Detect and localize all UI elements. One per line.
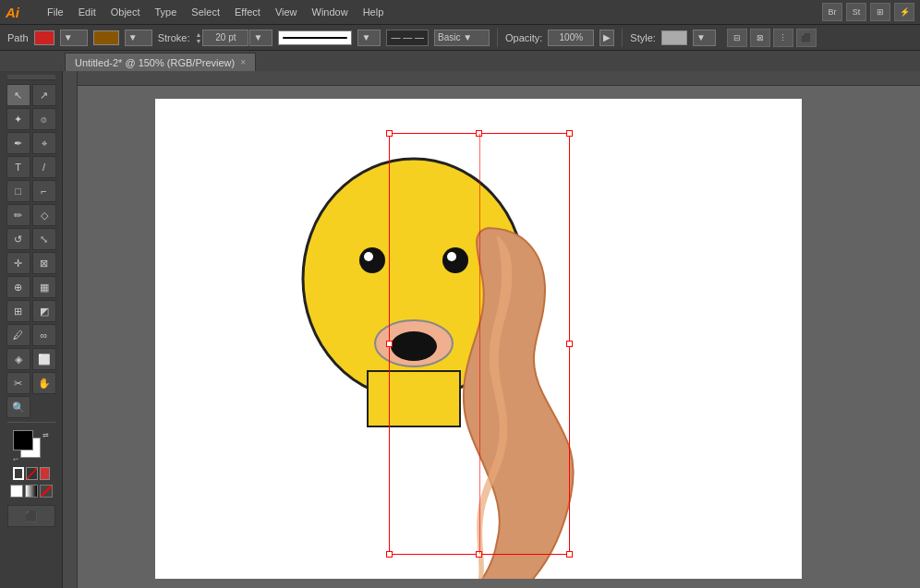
- color-gradient-indicator[interactable]: [40, 467, 50, 480]
- symbol-tool[interactable]: ⊕: [6, 276, 30, 298]
- hand-tool[interactable]: ✋: [32, 372, 56, 394]
- artboard-icon[interactable]: ⬛: [7, 505, 55, 527]
- tool-row-12: ◈ ⬜: [6, 348, 56, 370]
- menu-file[interactable]: File: [41, 5, 70, 19]
- tab-close-button[interactable]: ×: [240, 57, 246, 67]
- mesh-tool[interactable]: ⊞: [6, 300, 30, 322]
- tool-row-10: ⊞ ◩: [6, 300, 56, 322]
- stroke-value-input[interactable]: [202, 30, 248, 46]
- menu-effect[interactable]: Effect: [228, 5, 267, 19]
- svg-point-1: [359, 247, 385, 273]
- distribute-icon[interactable]: ⊠: [750, 29, 770, 47]
- artboard-tool[interactable]: ⬜: [32, 348, 56, 370]
- blend-tool[interactable]: ∞: [32, 324, 56, 346]
- canvas-area[interactable]: [63, 71, 920, 588]
- menu-bar: Ai File Edit Object Type Select Effect V…: [0, 0, 920, 25]
- color-section: ⇄ ↩: [10, 430, 53, 498]
- workspace-icon[interactable]: ⊞: [870, 3, 890, 21]
- foreground-color-box[interactable]: [13, 430, 33, 450]
- stroke-none-row: [13, 465, 50, 482]
- placeholder-tool: [32, 396, 56, 418]
- horizontal-ruler: [63, 71, 920, 86]
- document-tab[interactable]: Untitled-2* @ 150% (RGB/Preview) ×: [65, 53, 256, 71]
- fill-dropdown[interactable]: ▼: [60, 30, 88, 46]
- path-label: Path: [7, 32, 29, 43]
- bridge-icon[interactable]: Br: [822, 3, 842, 21]
- svg-point-3: [442, 247, 468, 273]
- menu-object[interactable]: Object: [104, 5, 147, 19]
- slice-tool[interactable]: ✂: [6, 372, 30, 394]
- stroke-label: Stroke:: [158, 32, 190, 43]
- paintbrush-tool[interactable]: ⌐: [32, 180, 56, 202]
- reset-colors-icon[interactable]: ↩: [13, 456, 18, 463]
- lasso-tool[interactable]: ⌾: [32, 108, 56, 130]
- menu-help[interactable]: Help: [357, 5, 391, 19]
- menu-edit[interactable]: Edit: [72, 5, 103, 19]
- stroke-color-box[interactable]: [93, 30, 119, 45]
- none-indicator[interactable]: [26, 467, 37, 480]
- live-paint-tool[interactable]: ◈: [6, 348, 30, 370]
- tool-row-4: T /: [6, 156, 56, 178]
- none-mode-btn[interactable]: [40, 485, 53, 498]
- column-graph-tool[interactable]: ▦: [32, 276, 56, 298]
- direct-selection-tool[interactable]: ↗: [32, 84, 56, 106]
- opacity-expand[interactable]: ▶: [599, 30, 614, 46]
- search-icon[interactable]: ⚡: [894, 3, 914, 21]
- tool-row-5: □ ⌐: [6, 180, 56, 202]
- opacity-input[interactable]: [548, 30, 594, 46]
- style-box[interactable]: [661, 30, 687, 45]
- color-mode-btn[interactable]: [10, 485, 23, 498]
- tool-row-7: ↺ ⤡: [6, 228, 56, 250]
- selection-tool[interactable]: ↖: [6, 84, 30, 106]
- menu-view[interactable]: View: [269, 5, 304, 19]
- magic-wand-tool[interactable]: ✦: [6, 108, 30, 130]
- style-dropdown[interactable]: ▼: [693, 30, 716, 46]
- tab-title: Untitled-2* @ 150% (RGB/Preview): [75, 57, 235, 68]
- menu-type[interactable]: Type: [149, 5, 184, 19]
- rotate-tool[interactable]: ↺: [6, 228, 30, 250]
- svg-rect-7: [368, 371, 460, 426]
- type-tool[interactable]: T: [6, 156, 30, 178]
- swap-colors-icon[interactable]: ⇄: [42, 431, 49, 439]
- style-label: Style:: [630, 32, 656, 43]
- anchor-tool[interactable]: ⌖: [32, 132, 56, 154]
- eyedropper-tool[interactable]: 🖊: [6, 324, 30, 346]
- rectangle-tool[interactable]: □: [6, 180, 30, 202]
- stroke-dash-dropdown[interactable]: Basic ▼: [434, 30, 490, 46]
- tool-row-13: ✂ ✋: [6, 372, 56, 394]
- gradient-mode-btn[interactable]: [25, 485, 38, 498]
- top-panel-icons: Br St ⊞ ⚡: [822, 3, 914, 21]
- stroke-style-preview[interactable]: [278, 30, 352, 45]
- stock-icon[interactable]: St: [846, 3, 866, 21]
- tool-row-11: 🖊 ∞: [6, 324, 56, 346]
- artboard-icon-row: ⬛: [7, 505, 55, 527]
- toolbar-separator: [7, 422, 55, 423]
- pencil-tool[interactable]: ✏: [6, 204, 30, 226]
- stroke-dropdown[interactable]: ▼: [125, 30, 152, 46]
- tool-row-3: ✒ ⌖: [6, 132, 56, 154]
- tool-row-1: ↖ ↗: [6, 84, 56, 106]
- svg-point-6: [391, 331, 437, 361]
- tool-row-8: ✛ ⊠: [6, 252, 56, 274]
- puppet-warp-tool[interactable]: ✛: [6, 252, 30, 274]
- scale-tool[interactable]: ⤡: [32, 228, 56, 250]
- eraser-tool[interactable]: ◇: [32, 204, 56, 226]
- gradient-tool[interactable]: ◩: [32, 300, 56, 322]
- chart-icon[interactable]: ⬛: [796, 29, 817, 47]
- align-icon[interactable]: ⊟: [727, 29, 747, 47]
- stroke-indicator[interactable]: [13, 467, 25, 480]
- tool-row-6: ✏ ◇: [6, 204, 56, 226]
- fill-color-box[interactable]: [34, 30, 54, 45]
- pen-tool[interactable]: ✒: [6, 132, 30, 154]
- stroke-unit-dropdown[interactable]: ▼: [249, 30, 272, 46]
- line-tool[interactable]: /: [32, 156, 56, 178]
- menu-select[interactable]: Select: [185, 5, 226, 19]
- tool-row-9: ⊕ ▦: [6, 276, 56, 298]
- stroke-spinners[interactable]: ▲ ▼: [196, 31, 202, 44]
- stroke-style-dropdown[interactable]: ▼: [357, 30, 381, 46]
- menu-window[interactable]: Window: [306, 5, 355, 19]
- zoom-tool[interactable]: 🔍: [6, 396, 30, 418]
- toolbar: ↖ ↗ ✦ ⌾ ✒ ⌖ T / □ ⌐ ✏ ◇ ↺ ⤡ ✛ ⊠: [0, 71, 63, 588]
- free-transform-tool[interactable]: ⊠: [32, 252, 56, 274]
- transform-icon[interactable]: ⋮: [773, 29, 793, 47]
